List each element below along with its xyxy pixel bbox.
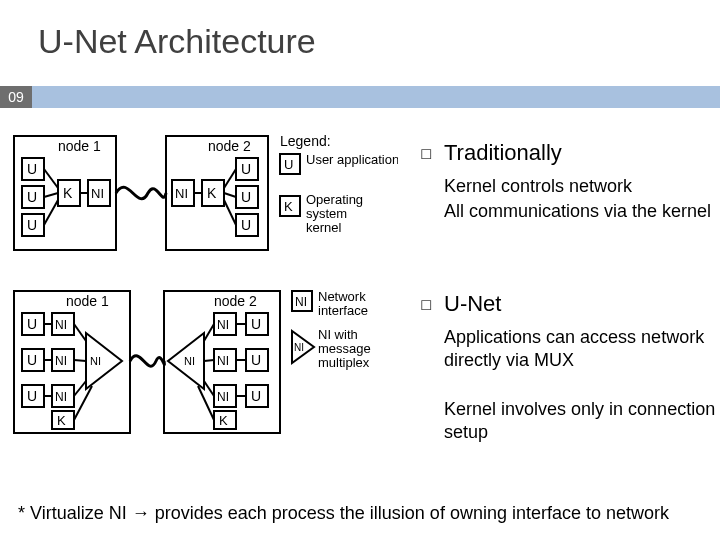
svg-line-12 xyxy=(44,193,58,197)
bullet-icon: ◻ xyxy=(420,295,432,313)
svg-text:NI: NI xyxy=(91,186,104,201)
svg-text:U: U xyxy=(27,217,37,233)
svg-text:NI: NI xyxy=(217,318,229,332)
svg-line-27 xyxy=(224,169,236,188)
svg-text:NI: NI xyxy=(55,318,67,332)
slide: U-Net Architecture 09 node 1 U U U K NI … xyxy=(0,0,720,540)
section-heading: ◻ Traditionally xyxy=(420,140,562,166)
svg-line-11 xyxy=(44,169,58,188)
svg-text:U: U xyxy=(27,189,37,205)
svg-text:NI: NI xyxy=(294,342,304,353)
header-stripe xyxy=(0,86,720,108)
diagram-traditional: node 1 U U U K NI node 2 NI K U U U xyxy=(8,128,398,258)
svg-text:U: U xyxy=(251,388,261,404)
network-link-icon xyxy=(116,187,166,199)
svg-text:U: U xyxy=(251,316,261,332)
svg-text:K: K xyxy=(284,199,293,214)
svg-line-28 xyxy=(224,193,236,197)
svg-text:node 2: node 2 xyxy=(214,293,257,309)
svg-text:NI: NI xyxy=(55,354,67,368)
bullet-point: Applications can access network directly… xyxy=(444,326,720,371)
footnote: * Virtualize NI → provides each process … xyxy=(18,502,702,525)
diagram-unet: node 1 U U U NI NI NI K NI node 2 NI NI … xyxy=(8,283,398,441)
svg-line-29 xyxy=(224,200,236,225)
svg-text:U: U xyxy=(27,161,37,177)
svg-text:Operating: Operating xyxy=(306,192,363,207)
svg-text:message: message xyxy=(318,341,371,356)
svg-line-60 xyxy=(74,360,86,361)
svg-text:U: U xyxy=(241,217,251,233)
svg-line-82 xyxy=(204,381,214,396)
svg-text:K: K xyxy=(63,185,73,201)
heading-text: U-Net xyxy=(444,291,501,317)
svg-text:NI: NI xyxy=(175,186,188,201)
diagram-node-2: node 2 NI K U U U xyxy=(166,136,268,250)
node-label: node 1 xyxy=(58,138,101,154)
svg-text:U: U xyxy=(284,157,293,172)
svg-text:NI: NI xyxy=(217,390,229,404)
svg-text:K: K xyxy=(219,413,228,428)
svg-text:NI with: NI with xyxy=(318,327,358,342)
svg-text:Network: Network xyxy=(318,289,366,304)
svg-line-80 xyxy=(204,324,214,341)
svg-text:U: U xyxy=(27,316,37,332)
svg-text:U: U xyxy=(27,352,37,368)
svg-text:User application: User application xyxy=(306,152,398,167)
svg-text:NI: NI xyxy=(217,354,229,368)
svg-line-13 xyxy=(44,200,58,225)
bullet-point: Kernel involves only in connection setup xyxy=(444,398,720,443)
svg-text:Legend:: Legend: xyxy=(280,133,331,149)
heading-text: Traditionally xyxy=(444,140,562,166)
svg-text:node 1: node 1 xyxy=(66,293,109,309)
bullet-point: All communications via the kernel xyxy=(444,200,711,223)
svg-text:U: U xyxy=(241,161,251,177)
network-link-icon xyxy=(130,356,164,366)
diagram-legend: Legend: U User application K Operating s… xyxy=(280,133,398,235)
node-label: node 2 xyxy=(208,138,251,154)
svg-line-59 xyxy=(74,324,86,341)
svg-line-81 xyxy=(204,360,214,361)
svg-text:NI: NI xyxy=(184,355,195,367)
svg-text:K: K xyxy=(207,185,217,201)
svg-text:kernel: kernel xyxy=(306,220,342,235)
page-number: 09 xyxy=(0,86,32,108)
svg-text:interface: interface xyxy=(318,303,368,318)
diagram-node-1: node 1 U U U K NI xyxy=(14,136,116,250)
svg-text:NI: NI xyxy=(90,355,101,367)
bullet-point: Kernel controls network xyxy=(444,175,632,198)
bullet-icon: ◻ xyxy=(420,144,432,162)
section-heading: ◻ U-Net xyxy=(420,291,501,317)
svg-text:system: system xyxy=(306,206,347,221)
svg-text:multiplex: multiplex xyxy=(318,355,370,370)
svg-text:NI: NI xyxy=(295,295,307,309)
svg-line-61 xyxy=(74,381,86,396)
svg-text:NI: NI xyxy=(55,390,67,404)
diagram-legend: NI Network interface NI NI with message … xyxy=(292,289,371,370)
svg-text:U: U xyxy=(241,189,251,205)
svg-text:U: U xyxy=(27,388,37,404)
svg-text:K: K xyxy=(57,413,66,428)
page-title: U-Net Architecture xyxy=(38,22,316,61)
svg-text:U: U xyxy=(251,352,261,368)
